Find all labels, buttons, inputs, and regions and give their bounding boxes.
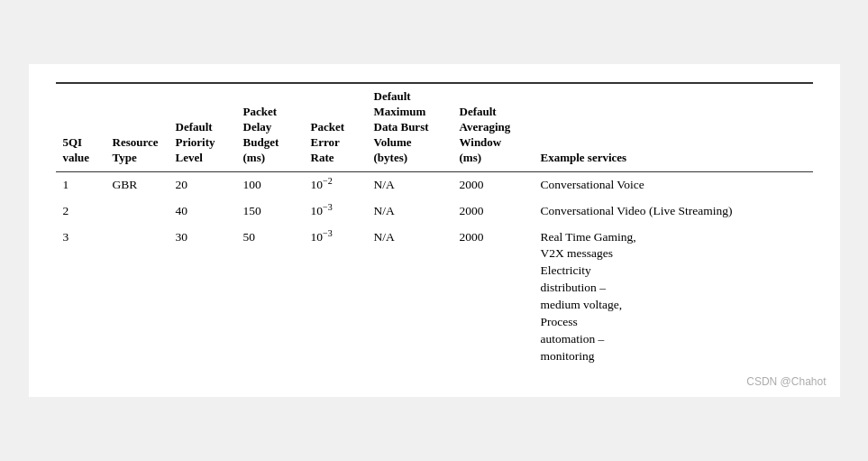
cell-dmdb-3: N/A bbox=[367, 225, 452, 370]
header-5qi: 5QIvalue bbox=[56, 83, 105, 171]
header-example: Example services bbox=[534, 83, 813, 171]
cell-resource-2 bbox=[105, 198, 169, 225]
header-pdb: PacketDelayBudget(ms) bbox=[236, 83, 304, 171]
watermark: CSDN @Chahot bbox=[746, 375, 826, 388]
cell-resource-1: GBR bbox=[105, 171, 169, 198]
cell-pdb-1: 100 bbox=[236, 171, 304, 198]
cell-dmdb-1: N/A bbox=[367, 171, 452, 198]
cell-resource-3 bbox=[105, 225, 169, 370]
header-per: PacketErrorRate bbox=[304, 83, 367, 171]
table-row: 3 30 50 10−3 N/A 2000 Real Time Gaming,V… bbox=[56, 225, 813, 370]
header-daw: DefaultAveragingWindow(ms) bbox=[452, 83, 534, 171]
main-table: 5QIvalue ResourceType DefaultPriorityLev… bbox=[56, 82, 813, 369]
cell-per-1: 10−2 bbox=[304, 171, 367, 198]
cell-example-3: Real Time Gaming,V2X messagesElectricity… bbox=[534, 225, 813, 370]
page-wrapper: 5QIvalue ResourceType DefaultPriorityLev… bbox=[29, 64, 840, 396]
cell-daw-1: 2000 bbox=[452, 171, 534, 198]
header-priority: DefaultPriorityLevel bbox=[169, 83, 236, 171]
cell-daw-3: 2000 bbox=[452, 225, 534, 370]
cell-pdb-2: 150 bbox=[236, 198, 304, 225]
cell-per-3: 10−3 bbox=[304, 225, 367, 370]
cell-dmdb-2: N/A bbox=[367, 198, 452, 225]
cell-priority-1: 20 bbox=[169, 171, 236, 198]
table-row: 1 GBR 20 100 10−2 N/A 2000 Conversationa… bbox=[56, 171, 813, 198]
header-resource: ResourceType bbox=[105, 83, 169, 171]
cell-priority-2: 40 bbox=[169, 198, 236, 225]
cell-5qi-3: 3 bbox=[56, 225, 105, 370]
cell-example-1: Conversational Voice bbox=[534, 171, 813, 198]
cell-pdb-3: 50 bbox=[236, 225, 304, 370]
cell-daw-2: 2000 bbox=[452, 198, 534, 225]
header-dmdb: DefaultMaximumData BurstVolume(bytes) bbox=[367, 83, 452, 171]
cell-5qi-1: 1 bbox=[56, 171, 105, 198]
cell-per-2: 10−3 bbox=[304, 198, 367, 225]
cell-5qi-2: 2 bbox=[56, 198, 105, 225]
table-row: 2 40 150 10−3 N/A 2000 Conversational Vi… bbox=[56, 198, 813, 225]
cell-example-2: Conversational Video (Live Streaming) bbox=[534, 198, 813, 225]
cell-priority-3: 30 bbox=[169, 225, 236, 370]
